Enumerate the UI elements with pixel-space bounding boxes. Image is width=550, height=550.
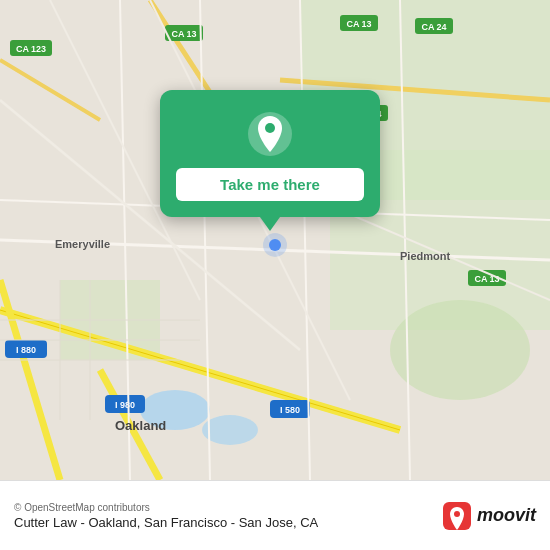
svg-text:Emeryville: Emeryville (55, 238, 110, 250)
bottom-info: © OpenStreetMap contributors Cutter Law … (14, 502, 318, 530)
location-pin-icon (246, 110, 294, 158)
svg-point-51 (263, 233, 287, 257)
svg-point-53 (265, 123, 275, 133)
map-popup: Take me there (160, 90, 380, 217)
svg-text:CA 24: CA 24 (421, 22, 446, 32)
moovit-brand-text: moovit (477, 505, 536, 526)
svg-text:CA 13: CA 13 (346, 19, 371, 29)
location-text: Cutter Law - Oakland, San Francisco - Sa… (14, 515, 318, 530)
svg-text:Piedmont: Piedmont (400, 250, 450, 262)
bottom-bar: © OpenStreetMap contributors Cutter Law … (0, 480, 550, 550)
moovit-logo: moovit (443, 502, 536, 530)
svg-point-55 (454, 511, 460, 517)
svg-text:CA 13: CA 13 (474, 274, 499, 284)
svg-point-6 (202, 415, 258, 445)
copyright-text: © OpenStreetMap contributors (14, 502, 318, 513)
svg-point-3 (390, 300, 530, 400)
take-me-there-button[interactable]: Take me there (176, 168, 364, 201)
svg-text:I 880: I 880 (16, 345, 36, 355)
svg-text:CA 123: CA 123 (16, 44, 46, 54)
svg-text:CA 13: CA 13 (171, 29, 196, 39)
svg-text:Oakland: Oakland (115, 418, 166, 433)
svg-text:I 580: I 580 (280, 405, 300, 415)
map-container: I 580 I 980 I 880 CA 13 CA 13 CA 24 CA 2… (0, 0, 550, 480)
svg-text:I 980: I 980 (115, 400, 135, 410)
moovit-icon (443, 502, 471, 530)
